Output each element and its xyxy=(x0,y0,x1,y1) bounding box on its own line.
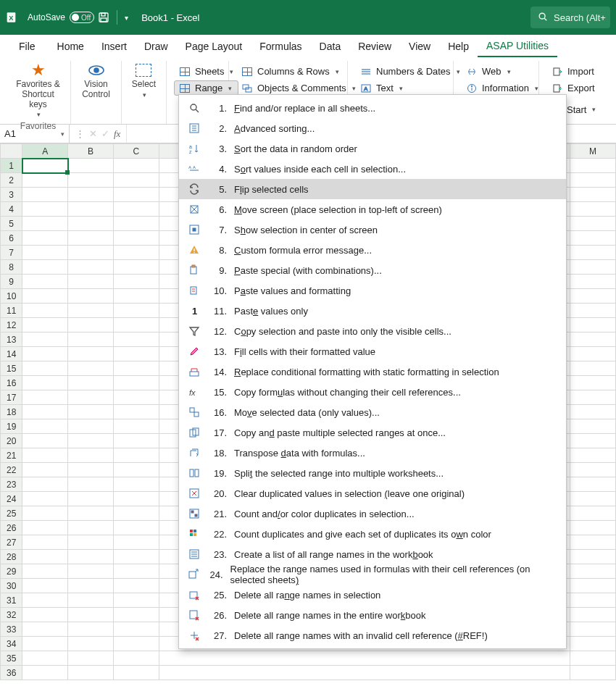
cell[interactable] xyxy=(114,492,159,506)
cell[interactable] xyxy=(570,448,616,463)
cell[interactable] xyxy=(114,246,159,260)
cell[interactable] xyxy=(68,637,114,651)
cell[interactable] xyxy=(159,651,570,666)
cell[interactable] xyxy=(22,666,68,680)
cell[interactable] xyxy=(114,463,159,477)
cell[interactable] xyxy=(22,506,68,521)
cell[interactable] xyxy=(570,492,616,506)
cell[interactable] xyxy=(114,260,159,275)
cell[interactable] xyxy=(68,347,114,361)
row-header[interactable]: 12 xyxy=(1,318,22,333)
cell[interactable] xyxy=(68,608,114,622)
cell[interactable] xyxy=(68,593,114,608)
cell[interactable] xyxy=(22,275,68,289)
menu-item-13[interactable]: 13.Fill cells with their formatted value xyxy=(179,341,566,361)
cell[interactable] xyxy=(114,159,159,173)
cell[interactable] xyxy=(114,535,159,550)
cell[interactable] xyxy=(570,275,616,289)
row-header[interactable]: 11 xyxy=(1,304,22,318)
tab-help[interactable]: Help xyxy=(439,36,478,57)
accept-icon[interactable]: ✓ xyxy=(101,128,109,139)
row-header[interactable]: 36 xyxy=(1,666,22,680)
cell[interactable] xyxy=(570,246,616,260)
cell[interactable] xyxy=(68,361,114,376)
tab-insert[interactable]: Insert xyxy=(93,36,136,57)
columns-rows-button[interactable]: Columns & Rows ▾ xyxy=(236,64,361,79)
menu-item-23[interactable]: 23.Create a list of all range names in t… xyxy=(179,544,566,564)
cell[interactable] xyxy=(114,231,159,246)
cell[interactable] xyxy=(114,304,159,318)
cell[interactable] xyxy=(570,579,616,593)
grid-row[interactable]: 36 xyxy=(1,666,616,680)
cell[interactable] xyxy=(68,173,114,188)
cell[interactable] xyxy=(570,202,616,217)
cell[interactable] xyxy=(68,231,114,246)
menu-item-9[interactable]: 9.Paste special (with combinations)... xyxy=(179,260,566,280)
row-header[interactable]: 4 xyxy=(1,202,22,217)
cell[interactable] xyxy=(68,318,114,333)
row-header[interactable]: 31 xyxy=(1,593,22,608)
cell[interactable] xyxy=(68,564,114,579)
export-button[interactable]: Export xyxy=(546,80,601,96)
cell[interactable] xyxy=(68,666,114,680)
cell[interactable] xyxy=(68,289,114,304)
cell[interactable] xyxy=(68,506,114,521)
cell[interactable] xyxy=(22,405,68,419)
cell[interactable] xyxy=(114,202,159,217)
menu-item-12[interactable]: 12.Copy selection and paste into only th… xyxy=(179,321,566,341)
cell[interactable] xyxy=(22,289,68,304)
cell[interactable] xyxy=(68,477,114,492)
cell[interactable] xyxy=(22,173,68,188)
cell[interactable] xyxy=(114,318,159,333)
row-header[interactable]: 33 xyxy=(1,622,22,637)
cell[interactable] xyxy=(68,521,114,535)
fx-icon[interactable]: fx xyxy=(114,128,120,140)
cell[interactable] xyxy=(22,217,68,231)
objects-comments-button[interactable]: Objects & Comments ▾ xyxy=(236,80,361,96)
cell[interactable] xyxy=(114,651,159,666)
tab-file[interactable]: File xyxy=(10,36,44,57)
cell[interactable] xyxy=(570,333,616,347)
cell[interactable] xyxy=(22,304,68,318)
cell[interactable] xyxy=(570,289,616,304)
cell[interactable] xyxy=(114,434,159,448)
menu-item-2[interactable]: 2.Advanced sorting... xyxy=(179,118,566,138)
cell[interactable] xyxy=(68,304,114,318)
tab-page-layout[interactable]: Page Layout xyxy=(177,36,251,57)
cell[interactable] xyxy=(570,550,616,564)
cell[interactable] xyxy=(570,304,616,318)
cell[interactable] xyxy=(22,231,68,246)
cell[interactable] xyxy=(22,390,68,405)
cell[interactable] xyxy=(22,550,68,564)
text-button[interactable]: A Text ▾ xyxy=(355,80,465,96)
cell[interactable] xyxy=(114,333,159,347)
cell[interactable] xyxy=(570,419,616,434)
cell[interactable] xyxy=(22,463,68,477)
row-header[interactable]: 34 xyxy=(1,637,22,651)
row-header[interactable]: 29 xyxy=(1,564,22,579)
import-button[interactable]: Import xyxy=(546,64,601,79)
cell[interactable] xyxy=(68,622,114,637)
row-header[interactable]: 19 xyxy=(1,419,22,434)
cell[interactable] xyxy=(570,477,616,492)
cell[interactable] xyxy=(68,463,114,477)
row-header[interactable]: 25 xyxy=(1,506,22,521)
cell[interactable] xyxy=(114,579,159,593)
tab-draw[interactable]: Draw xyxy=(136,36,177,57)
menu-item-19[interactable]: 19.Split the selected range into multipl… xyxy=(179,463,566,483)
menu-item-16[interactable]: 16.Move selected data (only values)... xyxy=(179,402,566,422)
col-header-B[interactable]: B xyxy=(68,144,114,159)
cell[interactable] xyxy=(570,260,616,275)
cell[interactable] xyxy=(68,579,114,593)
cell[interactable] xyxy=(114,622,159,637)
cell[interactable] xyxy=(570,608,616,622)
row-header[interactable]: 35 xyxy=(1,651,22,666)
cell[interactable] xyxy=(114,347,159,361)
qat-customize-icon[interactable]: ▾ xyxy=(125,14,128,22)
cell[interactable] xyxy=(114,173,159,188)
cell[interactable] xyxy=(570,217,616,231)
col-header-C[interactable]: C xyxy=(114,144,159,159)
cell[interactable] xyxy=(570,564,616,579)
menu-item-22[interactable]: 22.Count duplicates and give each set of… xyxy=(179,524,566,544)
cell[interactable] xyxy=(570,318,616,333)
